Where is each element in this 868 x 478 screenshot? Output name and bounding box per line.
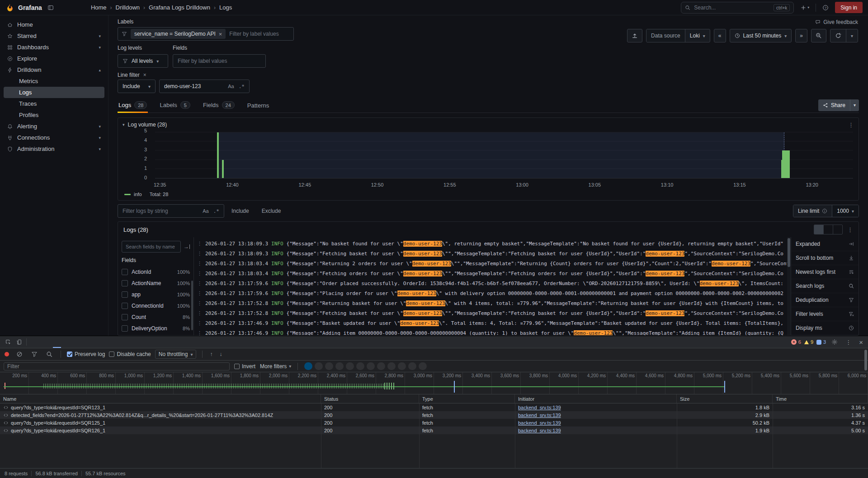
breadcrumb-item[interactable]: Drilldown: [116, 4, 140, 11]
devtools-scrollbar[interactable]: [863, 349, 868, 468]
label-filters-box[interactable]: service_name = SerilogDemo API × Filter …: [118, 27, 294, 41]
devtools-menu-icon[interactable]: ⋮: [843, 339, 854, 346]
global-search-input[interactable]: Search... ctrl+k: [681, 2, 794, 14]
sidebar-subitem[interactable]: Traces: [4, 98, 104, 109]
breadcrumb-item[interactable]: Home: [91, 4, 107, 11]
record-network-log-button[interactable]: [5, 352, 9, 356]
line-limit-select[interactable]: 1000 ▾: [832, 205, 859, 217]
chevron-icon[interactable]: ▾: [99, 45, 101, 50]
time-shift-forward-button[interactable]: »: [795, 29, 807, 42]
clear-network-log-icon[interactable]: [14, 351, 25, 357]
sidebar-subitem[interactable]: Logs: [4, 87, 104, 98]
log-row[interactable]: ⋮ 2026-01-27 13:18:03.4 INFO {"Message":…: [194, 269, 787, 279]
field-item[interactable]: Count 8%: [122, 311, 190, 323]
request-type-chip[interactable]: [346, 362, 354, 370]
log-option[interactable]: Display ms: [791, 321, 859, 335]
log-option[interactable]: Newest logs first: [791, 265, 859, 279]
request-type-chip[interactable]: [419, 362, 427, 370]
checkbox[interactable]: [67, 351, 72, 357]
request-initiator-link[interactable]: backend_srv.ts:139: [515, 405, 677, 410]
field-item[interactable]: ActionId 100%: [122, 266, 190, 277]
fields-filter-input[interactable]: Filter by label values: [173, 54, 266, 68]
breadcrumb-item[interactable]: Logs: [219, 4, 232, 11]
network-column-header[interactable]: Type: [419, 394, 515, 403]
log-row-menu-icon[interactable]: ⋮: [194, 279, 205, 289]
network-request-row[interactable]: query?ds_type=loki&requestId=SQR123_1 20…: [0, 403, 868, 411]
devtools-tab[interactable]: [110, 336, 118, 348]
request-type-chip[interactable]: [335, 362, 344, 370]
breadcrumb-item[interactable]: Grafana Logs Drilldown: [149, 4, 210, 11]
tab[interactable]: Logs 28: [118, 101, 148, 112]
devtools-tab[interactable]: [28, 336, 37, 348]
sidebar-item[interactable]: Drilldown ▴: [4, 64, 104, 75]
datasource-select[interactable]: Loki▾: [685, 29, 710, 42]
new-menu-button[interactable]: ▾: [798, 3, 811, 13]
log-option[interactable]: Scroll to bottom: [791, 251, 859, 265]
label-filter-chip[interactable]: service_name = SerilogDemo API ×: [131, 29, 226, 39]
log-row[interactable]: ⋮ 2026-01-27 13:18:09.3 INFO {"Message":…: [194, 239, 787, 249]
inspect-element-icon[interactable]: [3, 339, 14, 345]
log-row-menu-icon[interactable]: ⋮: [194, 259, 205, 269]
view-mode-option[interactable]: [833, 225, 842, 234]
sidebar-subitem[interactable]: Metrics: [4, 75, 104, 87]
field-item[interactable]: ActionName 100%: [122, 277, 190, 289]
devtools-tab[interactable]: [85, 336, 94, 348]
network-filter-input[interactable]: Filter: [4, 362, 230, 370]
export-har-icon[interactable]: ↓: [218, 351, 223, 357]
sidebar-item[interactable]: Connections ▾: [4, 132, 104, 143]
sidebar-item[interactable]: Home: [4, 19, 104, 30]
log-row-menu-icon[interactable]: ⋮: [194, 299, 205, 309]
log-row-menu-icon[interactable]: ⋮: [194, 309, 205, 319]
devtools-settings-icon[interactable]: [829, 339, 840, 345]
sidebar-item[interactable]: Explore: [4, 53, 104, 64]
request-type-chip[interactable]: [325, 362, 333, 370]
volume-bar[interactable]: [222, 160, 224, 178]
devtools-close-icon[interactable]: ×: [857, 338, 865, 346]
log-row[interactable]: ⋮ 2026-01-27 13:18:09.3 INFO {"Message":…: [194, 249, 787, 259]
scrollbar-thumb[interactable]: [788, 238, 790, 267]
devtools-tab[interactable]: [53, 336, 61, 348]
field-checkbox[interactable]: [122, 303, 128, 309]
request-type-chip[interactable]: [304, 362, 312, 370]
network-column-header[interactable]: Status: [321, 394, 419, 403]
regex-toggle[interactable]: .*: [213, 208, 219, 214]
request-type-chip[interactable]: [398, 362, 406, 370]
checkbox[interactable]: [234, 364, 240, 369]
sidebar-item[interactable]: Dashboards ▾: [4, 42, 104, 53]
devtools-tab[interactable]: [37, 336, 45, 348]
tab[interactable]: Fields 24: [202, 101, 236, 112]
give-feedback-link[interactable]: Give feedback: [815, 19, 858, 25]
exclude-button[interactable]: Exclude: [256, 204, 287, 218]
devtools-tab[interactable]: [69, 336, 77, 348]
invert-filter-checkbox[interactable]: Invert: [234, 363, 255, 370]
clear-line-filter-icon[interactable]: ×: [143, 72, 146, 78]
preserve-log-checkbox[interactable]: Preserve log: [67, 351, 105, 357]
chart-plot-area[interactable]: [155, 132, 853, 178]
share-button[interactable]: Share ▾: [818, 99, 859, 111]
request-type-chip[interactable]: [315, 362, 323, 370]
remove-chip-icon[interactable]: ×: [219, 31, 222, 37]
log-row[interactable]: ⋮ 2026-01-27 13:17:46.9 INFO {"Message":…: [194, 328, 787, 335]
chevron-icon[interactable]: ▾: [99, 147, 101, 151]
devtools-tab[interactable]: [134, 336, 142, 348]
log-row[interactable]: ⋮ 2026-01-27 13:17:46.9 INFO {"Message":…: [194, 319, 787, 328]
network-request-row[interactable]: detected_fields?end=2026-01-27T12%3A22%3…: [0, 411, 868, 419]
devtools-tab[interactable]: [94, 336, 102, 348]
request-type-chip[interactable]: [367, 362, 375, 370]
log-row-menu-icon[interactable]: ⋮: [194, 239, 205, 249]
log-option[interactable]: Deduplication: [791, 293, 859, 307]
help-icon[interactable]: [821, 3, 830, 13]
log-row[interactable]: ⋮ 2026-01-27 13:17:59.6 INFO {"Message":…: [194, 289, 787, 299]
devtools-tab[interactable]: [142, 336, 151, 348]
refresh-interval-select[interactable]: ▾: [846, 29, 858, 42]
log-option[interactable]: Search logs: [791, 279, 859, 293]
regex-toggle[interactable]: .*: [239, 84, 245, 89]
field-item[interactable]: ConnectionId 100%: [122, 300, 190, 311]
device-toolbar-icon[interactable]: [14, 339, 24, 345]
collapse-panel-icon[interactable]: ▾: [123, 122, 125, 127]
network-column-header[interactable]: Size: [677, 394, 773, 403]
volume-bar[interactable]: [217, 132, 219, 178]
tab[interactable]: Labels 5: [159, 101, 191, 112]
scrollbar-thumb[interactable]: [864, 350, 867, 370]
chevron-icon[interactable]: ▾: [99, 136, 101, 140]
